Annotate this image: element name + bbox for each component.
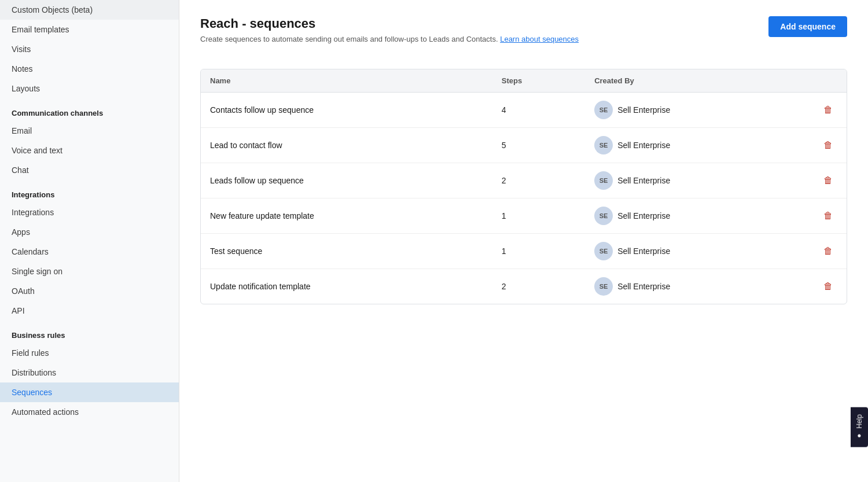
avatar: SE — [594, 277, 613, 296]
sidebar-item-calendars[interactable]: Calendars — [0, 242, 179, 262]
sidebar-item-chat[interactable]: Chat — [0, 160, 179, 180]
sidebar-item-visits[interactable]: Visits — [0, 39, 179, 59]
sequence-created-by: SESell Enterprise — [585, 234, 810, 269]
sequence-name[interactable]: Leads follow up sequence — [201, 163, 492, 198]
delete-sequence-button[interactable]: 🗑 — [819, 244, 837, 258]
sequence-created-by: SESell Enterprise — [585, 128, 810, 163]
sidebar-item-voice-and-text[interactable]: Voice and text — [0, 141, 179, 160]
sequence-action: 🗑 — [810, 128, 847, 163]
avatar: SE — [594, 171, 613, 190]
table-row: Leads follow up sequence2SESell Enterpri… — [201, 163, 847, 198]
sidebar-section-communication-channels: Communication channels — [0, 98, 179, 121]
sidebar: Custom Objects (beta)Email templatesVisi… — [0, 0, 179, 482]
sidebar-item-custom-objects[interactable]: Custom Objects (beta) — [0, 0, 179, 20]
sequence-name[interactable]: Test sequence — [201, 234, 492, 269]
learn-about-sequences-link[interactable]: Learn about sequences — [500, 35, 579, 43]
table-row: New feature update template1SESell Enter… — [201, 198, 847, 234]
page-description: Create sequences to automate sending out… — [200, 35, 579, 43]
sidebar-item-integrations[interactable]: Integrations — [0, 203, 179, 222]
sequence-steps: 4 — [492, 93, 585, 128]
sidebar-section-integrations: Integrations — [0, 180, 179, 203]
col-name: Name — [201, 69, 492, 93]
sidebar-item-email-templates[interactable]: Email templates — [0, 20, 179, 39]
sequence-created-by: SESell Enterprise — [585, 93, 810, 128]
sidebar-item-email[interactable]: Email — [0, 121, 179, 141]
sequence-action: 🗑 — [810, 198, 847, 234]
sequence-name[interactable]: New feature update template — [201, 198, 492, 234]
col-actions — [810, 69, 847, 93]
sequence-steps: 5 — [492, 128, 585, 163]
sequence-created-by: SESell Enterprise — [585, 269, 810, 304]
sequence-name[interactable]: Contacts follow up sequence — [201, 93, 492, 128]
sequence-steps: 2 — [492, 269, 585, 304]
created-by-name: Sell Enterprise — [617, 246, 670, 256]
sidebar-item-api[interactable]: API — [0, 301, 179, 321]
sidebar-item-automated-actions[interactable]: Automated actions — [0, 402, 179, 422]
delete-sequence-button[interactable]: 🗑 — [819, 102, 837, 117]
delete-sequence-button[interactable]: 🗑 — [819, 279, 837, 293]
avatar: SE — [594, 207, 613, 225]
delete-sequence-button[interactable]: 🗑 — [819, 208, 837, 223]
sequence-steps: 1 — [492, 198, 585, 234]
sequence-action: 🗑 — [810, 93, 847, 128]
table-body: Contacts follow up sequence4SESell Enter… — [201, 93, 847, 304]
avatar: SE — [594, 136, 613, 154]
sidebar-item-sequences[interactable]: Sequences — [0, 382, 179, 402]
avatar: SE — [594, 101, 613, 119]
avatar: SE — [594, 242, 613, 260]
delete-sequence-button[interactable]: 🗑 — [819, 138, 837, 152]
col-created-by: Created By — [585, 69, 810, 93]
help-button[interactable]: ● Help — [851, 407, 868, 447]
sequence-name[interactable]: Update notification template — [201, 269, 492, 304]
sidebar-item-oauth[interactable]: OAuth — [0, 281, 179, 301]
sequence-steps: 2 — [492, 163, 585, 198]
sequence-action: 🗑 — [810, 163, 847, 198]
table-row: Lead to contact flow5SESell Enterprise🗑 — [201, 128, 847, 163]
sequence-action: 🗑 — [810, 269, 847, 304]
add-sequence-button[interactable]: Add sequence — [768, 16, 847, 37]
table-header: Name Steps Created By — [201, 69, 847, 93]
sequence-created-by: SESell Enterprise — [585, 163, 810, 198]
sidebar-section-business-rules: Business rules — [0, 321, 179, 343]
sequence-action: 🗑 — [810, 234, 847, 269]
created-by-name: Sell Enterprise — [617, 105, 670, 115]
sidebar-item-single-sign-on[interactable]: Single sign on — [0, 262, 179, 281]
delete-sequence-button[interactable]: 🗑 — [819, 173, 837, 187]
table-row: Test sequence1SESell Enterprise🗑 — [201, 234, 847, 269]
created-by-name: Sell Enterprise — [617, 176, 670, 185]
sidebar-item-notes[interactable]: Notes — [0, 59, 179, 79]
sequence-steps: 1 — [492, 234, 585, 269]
table-row: Contacts follow up sequence4SESell Enter… — [201, 93, 847, 128]
created-by-name: Sell Enterprise — [617, 211, 670, 220]
main-content: Reach - sequences Create sequences to au… — [179, 0, 868, 482]
sequence-name[interactable]: Lead to contact flow — [201, 128, 492, 163]
sequence-created-by: SESell Enterprise — [585, 198, 810, 234]
sequences-table-container: Name Steps Created By Contacts follow up… — [200, 69, 847, 304]
sequences-table: Name Steps Created By Contacts follow up… — [201, 69, 847, 304]
sidebar-item-field-rules[interactable]: Field rules — [0, 343, 179, 363]
sidebar-item-layouts[interactable]: Layouts — [0, 79, 179, 98]
page-title: Reach - sequences — [200, 16, 579, 31]
sidebar-item-distributions[interactable]: Distributions — [0, 363, 179, 382]
created-by-name: Sell Enterprise — [617, 141, 670, 150]
created-by-name: Sell Enterprise — [617, 282, 670, 291]
sidebar-item-apps[interactable]: Apps — [0, 222, 179, 242]
col-steps: Steps — [492, 69, 585, 93]
table-row: Update notification template2SESell Ente… — [201, 269, 847, 304]
